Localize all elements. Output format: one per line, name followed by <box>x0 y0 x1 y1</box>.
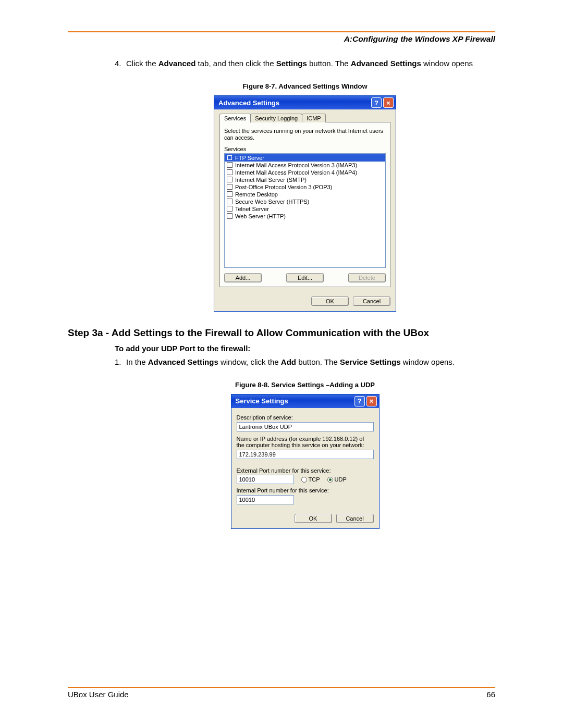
dialog-title: Service Settings <box>236 397 288 405</box>
service-item[interactable]: Post-Office Protocol Version 3 (POP3) <box>225 183 385 191</box>
checkbox-icon[interactable] <box>227 184 232 190</box>
service-item[interactable]: Secure Web Server (HTTPS) <box>225 198 385 205</box>
service-settings-dialog: Service Settings ? × Description of serv… <box>231 394 380 529</box>
tab-security-logging[interactable]: Security Logging <box>250 114 302 122</box>
service-item[interactable]: Telnet Server <box>225 205 385 213</box>
description-input[interactable] <box>237 422 374 431</box>
checkbox-icon[interactable] <box>227 177 232 182</box>
help-icon[interactable]: ? <box>371 97 382 108</box>
checkbox-icon[interactable] <box>227 199 232 204</box>
add-button[interactable]: Add... <box>224 273 262 282</box>
radio-icon[interactable] <box>301 477 307 483</box>
checkbox-icon[interactable] <box>227 162 232 168</box>
dialog-title: Advanced Settings <box>218 99 279 107</box>
radio-icon[interactable] <box>327 477 333 483</box>
internal-port-input[interactable] <box>237 495 294 504</box>
service-item[interactable]: Internet Mail Access Protocol Version 3 … <box>225 162 385 169</box>
service-item[interactable]: Internet Mail Server (SMTP) <box>225 176 385 183</box>
address-input[interactable] <box>237 450 374 459</box>
close-icon[interactable]: × <box>383 97 394 108</box>
ok-button[interactable]: OK <box>311 297 349 306</box>
address-label: Name or IP address (for example 192.168.… <box>237 436 374 449</box>
figure-8-8-caption: Figure 8-8. Service Settings –Adding a U… <box>115 381 495 389</box>
ok-button[interactable]: OK <box>295 514 332 523</box>
page-header: A:Configuring the Windows XP Firewall <box>68 34 495 44</box>
figure-8-7-caption: Figure 8-7. Advanced Settings Window <box>115 82 495 90</box>
checkbox-icon[interactable] <box>227 155 232 161</box>
delete-button[interactable]: Delete <box>348 273 386 282</box>
tab-strip: Services Security Logging ICMP <box>219 114 390 122</box>
checkbox-icon[interactable] <box>227 206 232 212</box>
section-heading-step3a: Step 3a - Add Settings to the Firewall t… <box>68 327 495 339</box>
services-listbox[interactable]: FTP Server Internet Mail Access Protocol… <box>224 153 386 268</box>
titlebar[interactable]: Advanced Settings ? × <box>214 96 396 109</box>
checkbox-icon[interactable] <box>227 169 232 175</box>
sub-heading-udp: To add your UDP Port to the firewall: <box>115 344 495 353</box>
footer-left: UBox User Guide <box>68 690 129 699</box>
external-port-input[interactable] <box>237 475 294 484</box>
tcp-radio[interactable]: TCP <box>301 476 320 483</box>
checkbox-icon[interactable] <box>227 213 232 219</box>
internal-port-label: Internal Port number for this service: <box>237 487 374 494</box>
service-item[interactable]: Remote Desktop <box>225 191 385 198</box>
step-4-text: 4.Click the Advanced tab, and then click… <box>115 58 495 69</box>
description-label: Description of service: <box>237 414 374 421</box>
advanced-settings-dialog: Advanced Settings ? × Services Security … <box>214 95 396 311</box>
tab-services[interactable]: Services <box>219 114 251 122</box>
help-icon[interactable]: ? <box>354 396 365 406</box>
udp-radio[interactable]: UDP <box>327 476 347 483</box>
service-item[interactable]: Web Server (HTTP) <box>225 213 385 220</box>
service-item-ftp[interactable]: FTP Server <box>225 154 385 162</box>
step-1-text: 1.In the Advanced Settings window, click… <box>115 357 495 367</box>
titlebar[interactable]: Service Settings ? × <box>231 394 379 408</box>
cancel-button[interactable]: Cancel <box>353 297 390 306</box>
tab-icmp[interactable]: ICMP <box>302 114 326 122</box>
external-port-label: External Port number for this service: <box>237 467 374 474</box>
service-item[interactable]: Internet Mail Access Protocol Version 4 … <box>225 169 385 176</box>
edit-button[interactable]: Edit... <box>286 273 324 282</box>
page-number: 66 <box>486 690 495 699</box>
cancel-button[interactable]: Cancel <box>336 514 374 523</box>
close-icon[interactable]: × <box>366 396 377 406</box>
hint-text: Select the services running on your netw… <box>224 128 386 141</box>
checkbox-icon[interactable] <box>227 191 232 197</box>
services-label: Services <box>224 146 386 152</box>
